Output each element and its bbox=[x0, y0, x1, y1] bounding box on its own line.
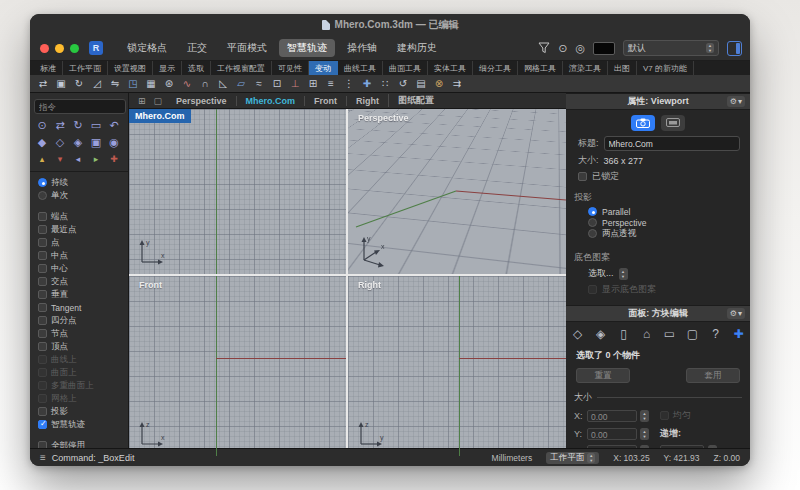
zoom-button[interactable] bbox=[70, 44, 79, 53]
boxedit-gizmo-icon[interactable]: ✚ bbox=[731, 327, 746, 342]
gradient-icon[interactable]: ▤ bbox=[414, 77, 428, 91]
ribbon-tab[interactable]: 网格工具 bbox=[518, 61, 563, 75]
viewport-grid-icon[interactable]: ⊞ bbox=[135, 96, 149, 106]
osnap-checkbox-row[interactable]: 垂直 bbox=[30, 288, 128, 301]
osnap-checkbox-row[interactable]: 曲线上 bbox=[30, 353, 128, 366]
osnap-checkbox-row[interactable]: 节点 bbox=[30, 327, 128, 340]
record-history-icon[interactable]: ⊙ bbox=[558, 43, 567, 54]
projection-radio[interactable]: Parallel bbox=[588, 206, 750, 217]
minimize-button[interactable] bbox=[55, 44, 64, 53]
viewport-perspective[interactable]: Perspective y x bbox=[348, 109, 566, 274]
toolbar-toggle[interactable]: 操作轴 bbox=[339, 39, 385, 57]
locked-row[interactable]: 已锁定 bbox=[566, 167, 750, 183]
ribbon-tab[interactable]: 曲面工具 bbox=[383, 61, 428, 75]
wireframe-cube-icon[interactable]: ◇ bbox=[52, 135, 68, 150]
ghosted-cube-icon[interactable]: ◈ bbox=[70, 135, 86, 150]
flow-along-curve-icon[interactable]: ≈ bbox=[252, 77, 266, 91]
apply-button[interactable]: 套用 bbox=[686, 368, 740, 383]
named-view-icon[interactable]: ◂ bbox=[70, 152, 86, 167]
monitor-panel-icon[interactable]: ▢ bbox=[685, 327, 700, 342]
osnap-checkbox-row[interactable]: 投影 bbox=[30, 405, 128, 418]
close-button[interactable] bbox=[40, 44, 49, 53]
ribbon-tab[interactable]: 变动 bbox=[309, 61, 338, 75]
materials-panel-icon[interactable]: ◈ bbox=[593, 327, 608, 342]
xray-cube-icon[interactable]: ◉ bbox=[106, 135, 122, 150]
ribbon-tab[interactable]: 可见性 bbox=[272, 61, 309, 75]
command-prompt[interactable]: Command: _BoxEdit bbox=[52, 453, 135, 463]
zoom-lens-icon[interactable]: ⊙ bbox=[34, 118, 50, 133]
wallpaper-select-button[interactable]: 选取... bbox=[588, 267, 614, 280]
projection-radio[interactable]: 两点透视 bbox=[588, 228, 750, 239]
units-indicator[interactable]: Millimeters bbox=[492, 453, 533, 463]
toolbar-toggle[interactable]: 建构历史 bbox=[389, 39, 445, 57]
disable-all-row[interactable]: 全部停用 bbox=[30, 439, 128, 448]
viewport-maximize-icon[interactable]: ▢ bbox=[151, 96, 166, 106]
reset-button[interactable]: 重置 bbox=[576, 368, 630, 383]
shaded-cube-icon[interactable]: ◆ bbox=[34, 135, 50, 150]
gear-menu-button[interactable]: ⚙▾ bbox=[727, 308, 745, 319]
project-icon[interactable]: ⊥ bbox=[288, 77, 302, 91]
bend-icon[interactable]: ∩ bbox=[198, 77, 212, 91]
viewport-label[interactable]: Perspective bbox=[352, 111, 415, 125]
toolbar-toggle[interactable]: 锁定格点 bbox=[119, 39, 175, 57]
size-y-stepper[interactable] bbox=[640, 428, 649, 440]
display-tab-button[interactable] bbox=[661, 115, 685, 131]
ribbon-tab[interactable]: 实体工具 bbox=[428, 61, 473, 75]
ribbon-tab[interactable]: 标准 bbox=[34, 61, 63, 75]
ribbon-tab[interactable]: 工作平面 bbox=[63, 61, 108, 75]
mirror-icon[interactable]: ⇋ bbox=[108, 77, 122, 91]
hamburger-menu-icon[interactable]: ≡ bbox=[40, 452, 46, 463]
copy-icon[interactable]: ▣ bbox=[54, 77, 68, 91]
viewport-tab[interactable]: Mhero.Com bbox=[236, 96, 305, 106]
toolbar-toggle[interactable]: 平面模式 bbox=[219, 39, 275, 57]
viewport-title-field[interactable] bbox=[604, 136, 740, 151]
viewport-label[interactable]: Front bbox=[133, 278, 168, 292]
osnap-checkbox-row[interactable]: 网格上 bbox=[30, 392, 128, 405]
color-swatch[interactable] bbox=[593, 42, 615, 55]
viewport-front[interactable]: Front z x bbox=[129, 276, 346, 456]
target-icon[interactable]: ◎ bbox=[575, 43, 585, 54]
display-panel-icon[interactable]: ▭ bbox=[662, 327, 677, 342]
set-points-icon[interactable]: ∷ bbox=[378, 77, 392, 91]
viewport-tab[interactable]: Perspective bbox=[167, 96, 236, 106]
ribbon-tab[interactable]: 曲线工具 bbox=[338, 61, 383, 75]
twist-icon[interactable]: ∿ bbox=[180, 77, 194, 91]
ribbon-tab[interactable]: 细分工具 bbox=[473, 61, 518, 75]
viewport-tab[interactable]: Front bbox=[304, 96, 346, 106]
command-search-input[interactable] bbox=[34, 99, 126, 114]
size-y-field[interactable]: 0.00 bbox=[587, 428, 637, 440]
gumball-icon[interactable]: ✚ bbox=[360, 77, 374, 91]
array-polar-icon[interactable]: ⊛ bbox=[162, 77, 176, 91]
distribute-icon[interactable]: ⋮ bbox=[342, 77, 356, 91]
taper-icon[interactable]: ◺ bbox=[216, 77, 230, 91]
align-icon[interactable]: ≡ bbox=[324, 77, 338, 91]
cage-edit-icon[interactable]: ⊞ bbox=[306, 77, 320, 91]
shear-icon[interactable]: ▱ bbox=[234, 77, 248, 91]
undo-view-icon[interactable]: ↶ bbox=[106, 118, 122, 133]
ribbon-tab[interactable]: 工作视窗配置 bbox=[211, 61, 272, 75]
zoom-window-icon[interactable]: ▭ bbox=[88, 118, 104, 133]
size-x-stepper[interactable] bbox=[640, 410, 649, 422]
notes-panel-icon[interactable]: ▯ bbox=[616, 327, 631, 342]
size-x-field[interactable]: 0.00 bbox=[587, 410, 637, 422]
ribbon-tab[interactable]: V7 的新功能 bbox=[637, 61, 694, 75]
rotate-icon[interactable]: ↻ bbox=[72, 77, 86, 91]
array-rectangular-icon[interactable]: ▦ bbox=[144, 77, 158, 91]
osnap-checkbox-row[interactable]: 智慧轨迹 bbox=[30, 418, 128, 431]
osnap-checkbox-row[interactable]: 曲面上 bbox=[30, 366, 128, 379]
viewport-tab[interactable]: 图纸配置 bbox=[388, 94, 443, 107]
viewport-right[interactable]: Right z y bbox=[348, 276, 566, 456]
orient-icon[interactable]: ◳ bbox=[126, 77, 140, 91]
blend-icon[interactable]: ⊗ bbox=[432, 77, 446, 91]
gear-menu-button[interactable]: ⚙▾ bbox=[727, 96, 745, 107]
sidebar-toggle-icon[interactable] bbox=[727, 41, 742, 56]
titlebar[interactable]: Mhero.Com.3dm — 已编辑 bbox=[30, 14, 750, 36]
osnap-checkbox-row[interactable]: 中点 bbox=[30, 249, 128, 262]
osnap-checkbox-row[interactable]: 交点 bbox=[30, 275, 128, 288]
cplane-icon[interactable]: ▾ bbox=[52, 152, 68, 167]
osnap-checkbox-row[interactable]: 多重曲面上 bbox=[30, 379, 128, 392]
ribbon-tab[interactable]: 设置视图 bbox=[108, 61, 153, 75]
display-mode-select[interactable]: 默认 bbox=[623, 40, 719, 56]
osnap-checkbox-row[interactable]: 端点 bbox=[30, 210, 128, 223]
grid-toggle-icon[interactable]: ✚ bbox=[106, 152, 122, 167]
